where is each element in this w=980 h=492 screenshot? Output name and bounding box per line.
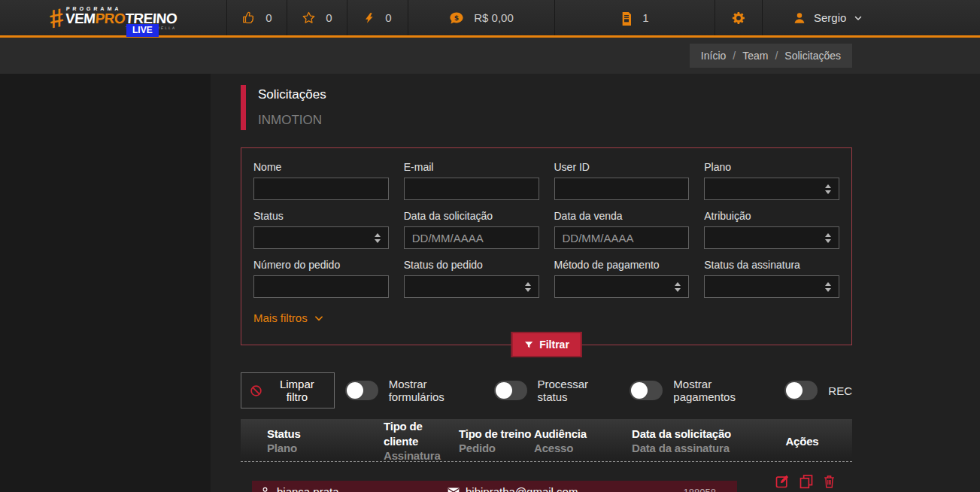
page-subtitle: INMOTION	[258, 113, 852, 128]
data-solicitacao-label: Data da solicitação	[404, 210, 539, 222]
data-venda-input[interactable]	[554, 226, 690, 249]
numero-pedido-label: Número do pedido	[253, 259, 389, 271]
toggle-knob	[631, 382, 648, 399]
user-bar: bianca prata bibipratha@gmail.com 188058	[252, 481, 737, 492]
email-label: E-mail	[404, 161, 539, 173]
logo-hash-icon: #	[47, 4, 66, 32]
breadcrumb-solicitacoes: Solicitações	[784, 50, 841, 62]
table-header: Status Plano Tipo de cliente Assinatura …	[241, 419, 852, 460]
envelope-icon	[448, 487, 460, 492]
app-logo[interactable]: # PROGRAMA VEMPROTREINO THIAGOVARELLA LI…	[0, 0, 226, 35]
energy-count: 0	[385, 11, 391, 24]
email-input[interactable]	[404, 178, 539, 200]
money-comment-icon: $	[449, 11, 464, 26]
filter-panel: Nome E-mail User ID Plano Status Data da…	[241, 147, 852, 345]
balance-stat[interactable]: $ R$ 0,00	[408, 0, 554, 35]
duplicate-button[interactable]	[799, 474, 814, 489]
breadcrumb-inicio[interactable]: Início	[701, 50, 726, 62]
copy-icon	[799, 474, 814, 489]
toggle-knob	[347, 382, 363, 399]
user-name: Sergio	[814, 11, 846, 24]
process-status-toggle[interactable]	[494, 381, 527, 400]
status-select[interactable]	[253, 226, 389, 249]
breadcrumb-separator: /	[733, 50, 736, 62]
process-status-label: Processar status	[538, 378, 620, 403]
chevron-down-icon	[854, 14, 863, 23]
status-assinatura-select[interactable]	[704, 275, 839, 298]
row-actions	[756, 474, 854, 492]
clear-filter-button[interactable]: Limpar filtro	[241, 372, 335, 408]
user-menu[interactable]: Sergio	[762, 0, 980, 35]
status-pedido-select[interactable]	[404, 275, 539, 298]
table-separator	[241, 461, 852, 462]
atribuicao-select[interactable]	[704, 226, 839, 249]
results-toolbar: Limpar filtro Mostrar formulários Proces…	[241, 372, 852, 408]
star-icon	[302, 11, 316, 25]
thumbs-up-icon	[241, 11, 256, 25]
column-status-plano: Status Plano	[267, 427, 384, 456]
column-tipo-treino: Tipo de treino Pedido	[459, 427, 534, 456]
chevron-down-icon	[314, 313, 324, 323]
person-icon	[259, 486, 271, 492]
select-arrows-icon	[525, 282, 531, 292]
data-solicitacao-input[interactable]	[404, 226, 539, 249]
edit-icon	[775, 474, 790, 489]
logo-brand-text: VEMPROTREINO	[65, 11, 177, 26]
metodo-pagamento-label: Método de pagamento	[554, 259, 690, 271]
ban-icon	[250, 384, 262, 397]
svg-text:$: $	[454, 13, 459, 21]
stars-stat[interactable]: 0	[287, 0, 347, 35]
more-filters-link[interactable]: Mais filtros	[253, 311, 324, 324]
atribuicao-label: Atribuição	[704, 210, 839, 222]
select-arrows-icon	[375, 233, 381, 243]
documents-count: 1	[642, 11, 648, 24]
plano-select[interactable]	[704, 178, 839, 200]
select-arrows-icon	[825, 233, 831, 243]
document-icon	[620, 11, 633, 26]
row-user-name: bianca prata	[277, 485, 339, 492]
column-datas: Data da solicitação Data da assinatura	[632, 427, 771, 456]
rec-label: REC	[828, 384, 852, 397]
nome-input[interactable]	[253, 178, 389, 200]
status-assinatura-label: Status da assinatura	[704, 259, 839, 271]
user-icon	[793, 11, 806, 25]
row-user-id-link[interactable]: 188058	[684, 487, 716, 492]
settings-button[interactable]	[715, 0, 762, 35]
user-id-input[interactable]	[554, 178, 690, 200]
numero-pedido-input[interactable]	[253, 275, 389, 298]
likes-count: 0	[265, 11, 272, 24]
breadcrumb-team[interactable]: Team	[742, 50, 768, 62]
live-badge: LIVE	[126, 24, 159, 37]
user-id-label: User ID	[554, 161, 690, 173]
status-pedido-label: Status do pedido	[404, 259, 539, 271]
metodo-pagamento-select[interactable]	[554, 275, 690, 298]
lightning-icon	[363, 11, 375, 25]
show-payments-toggle[interactable]	[630, 381, 663, 400]
breadcrumb: Início / Team / Solicitações	[690, 44, 852, 68]
stars-count: 0	[326, 11, 332, 24]
energy-stat[interactable]: 0	[347, 0, 408, 35]
filter-button[interactable]: Filtrar	[511, 332, 582, 357]
rec-toggle[interactable]	[784, 381, 818, 400]
toggle-knob	[496, 382, 512, 399]
plano-label: Plano	[704, 161, 839, 173]
data-venda-label: Data da venda	[554, 210, 690, 222]
delete-button[interactable]	[823, 474, 836, 489]
content-wrapper: Solicitações INMOTION Nome E-mail User I…	[211, 74, 980, 492]
show-payments-label: Mostrar pagamentos	[673, 378, 774, 403]
show-forms-toggle[interactable]	[345, 381, 378, 400]
page-title: Solicitações	[258, 87, 852, 102]
show-forms-label: Mostrar formulários	[389, 378, 484, 403]
status-label: Status	[253, 210, 389, 222]
select-arrows-icon	[825, 282, 831, 292]
likes-stat[interactable]: 0	[226, 0, 287, 35]
edit-button[interactable]	[775, 474, 790, 489]
trash-icon	[823, 474, 836, 489]
toggle-knob	[786, 382, 803, 399]
balance-amount: R$ 0,00	[474, 11, 514, 24]
nome-label: Nome	[253, 161, 389, 173]
documents-stat[interactable]: 1	[554, 0, 715, 35]
gear-icon	[731, 11, 746, 26]
select-arrows-icon	[825, 184, 831, 194]
breadcrumb-separator: /	[775, 50, 778, 62]
